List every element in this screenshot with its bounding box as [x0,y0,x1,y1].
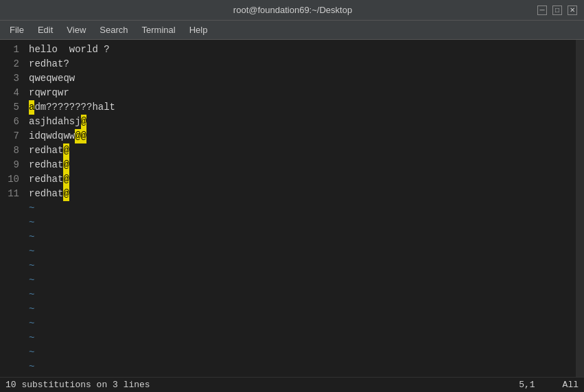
menu-help[interactable]: Help [183,23,215,36]
line-numbers: 1 2 3 4 5 6 7 8 9 10 11 [0,40,25,377]
line-num-1: 1 [4,43,19,57]
line-num-t3 [4,230,19,244]
vim-status-bar: 10 substitutions on 3 lines 5,1 All [0,377,584,392]
tilde-6: ~ [29,273,572,288]
vim-position: 5,1 All [519,380,579,390]
tilde-10: ~ [29,331,572,345]
line-num-t9 [4,316,19,331]
menu-edit[interactable]: Edit [31,23,60,36]
line-num-t5 [4,259,19,273]
line-num-3: 3 [4,71,19,86]
line-num-t4 [4,244,19,259]
code-line-7: idqwdqww@@ [29,129,572,143]
line-num-9: 9 [4,158,19,172]
code-line-10: redhat@ [29,172,572,187]
tilde-11: ~ [29,345,572,360]
menu-view[interactable]: View [60,23,93,36]
line-num-t11 [4,345,19,360]
line-num-5: 5 [4,100,19,115]
editor: 1 2 3 4 5 6 7 8 9 10 11 hello world ? re [0,40,584,377]
tilde-1: ~ [29,201,572,216]
line-num-6: 6 [4,115,19,129]
window-controls[interactable]: ─ □ ✕ [537,5,577,15]
menu-terminal[interactable]: Terminal [135,23,183,36]
line-num-7: 7 [4,129,19,143]
code-line-8: redhat@ [29,143,572,158]
window-title: root@foundation69:~/Desktop [48,5,537,15]
tilde-5: ~ [29,259,572,273]
vim-message: 10 substitutions on 3 lines [5,380,150,390]
highlight-11: @ [63,187,69,201]
title-bar: root@foundation69:~/Desktop ─ □ ✕ [0,0,584,21]
code-line-9: redhat@ [29,158,572,172]
code-line-3: qweqweqw [29,71,572,86]
code-line-4: rqwrqwr [29,86,572,100]
highlight-8: @ [63,143,69,158]
code-line-2: redhat? [29,57,572,71]
cursor: a [29,100,34,115]
vim-scroll: All [563,380,579,390]
code-line-1: hello world ? [29,43,572,57]
tilde-8: ~ [29,302,572,316]
line-num-2: 2 [4,57,19,71]
menu-file[interactable]: File [3,23,31,36]
close-button[interactable]: ✕ [568,5,577,15]
tilde-12: ~ [29,360,572,374]
tilde-3: ~ [29,230,572,244]
maximize-button[interactable]: □ [552,5,562,15]
line-num-8: 8 [4,143,19,158]
line-num-4: 4 [4,86,19,100]
tilde-13: ~ [29,374,572,377]
menu-bar: File Edit View Search Terminal Help [0,21,584,40]
line-num-t7 [4,288,19,302]
tilde-7: ~ [29,288,572,302]
highlight-6: @ [81,115,86,129]
code-content[interactable]: hello world ? redhat? qweqweqw rqwrqwr a… [25,40,576,377]
minimize-button[interactable]: ─ [537,5,547,15]
line-num-t10 [4,331,19,345]
code-line-6: asjhdahsj@ [29,115,572,129]
vim-cursor-pos: 5,1 [519,380,535,390]
menu-search[interactable]: Search [93,23,135,36]
line-num-11: 11 [4,187,19,201]
line-num-10: 10 [4,172,19,187]
code-line-11: redhat@ [29,187,572,201]
tilde-4: ~ [29,244,572,259]
highlight-7: @@ [75,129,86,143]
line-num-t1 [4,201,19,216]
scrollbar[interactable] [576,40,584,377]
line-num-t13 [4,374,19,377]
line-num-t2 [4,216,19,230]
code-line-5: adm????????halt [29,100,572,115]
tilde-2: ~ [29,216,572,230]
highlight-10: @ [63,172,69,187]
line-num-t6 [4,273,19,288]
tilde-9: ~ [29,316,572,331]
line-num-t12 [4,360,19,374]
highlight-9: @ [63,158,69,172]
line-num-t8 [4,302,19,316]
